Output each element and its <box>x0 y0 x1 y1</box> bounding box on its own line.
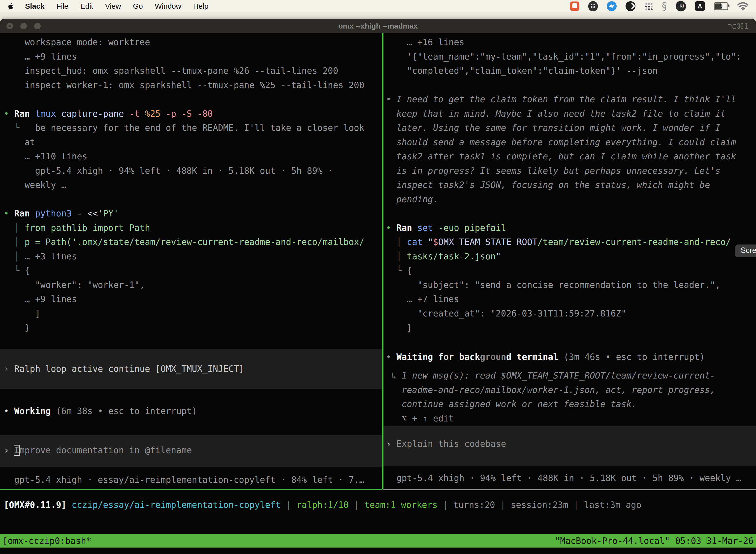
terminal-line: └ { <box>383 264 756 278</box>
right-prompt-input[interactable]: › Explain this codebase <box>383 426 756 466</box>
right-scrollback: … +16 lines '{"team_name":"my-team","tas… <box>383 35 756 335</box>
terminal-line: inspect task2's JSON, focusing on the st… <box>383 178 756 192</box>
terminal-line: '{"team_name":"my-team","task_id":"1","f… <box>383 50 756 64</box>
terminal-line: continue assigned work or next feasible … <box>383 397 756 411</box>
messenger-icon[interactable] <box>607 1 617 11</box>
tmux-session-label[interactable]: [omx-cczip0:bash* <box>2 534 91 548</box>
terminal-line: … +110 lines <box>0 150 382 164</box>
terminal-line: } <box>0 321 382 335</box>
usage-badge-icon[interactable]: ..61 <box>676 1 686 11</box>
menu-item-help[interactable]: Help <box>193 2 208 10</box>
desktop: Slack File Edit View Go Window Help § ..… <box>0 0 756 554</box>
terminal-line <box>0 192 382 207</box>
wifi-icon[interactable] <box>737 2 749 11</box>
menu-item-edit[interactable]: Edit <box>80 2 93 10</box>
window-title: omx --xhigh --madmax <box>0 19 756 33</box>
terminal-line: ↳ 1 new msg(s): read $OMX_TEAM_STATE_ROO… <box>383 369 756 383</box>
terminal-line: workspace_mode: worktree <box>0 35 382 50</box>
left-pane-bottom-border <box>0 489 382 490</box>
tmux-host-clock: "MacBook-Pro-44.local" 05:03 31-Mar-26 <box>555 534 754 548</box>
squiggle-icon[interactable]: § <box>662 1 667 11</box>
right-model-statusline: gpt-5.4 xhigh · 94% left · 488K in · 5.1… <box>383 471 756 486</box>
terminal-line: • Waiting for background terminal (3m 46… <box>383 350 756 365</box>
terminal-line: gpt-5.4 xhigh · 94% left · 488K in · 5.1… <box>0 164 382 178</box>
apple-menu-icon[interactable] <box>7 2 14 10</box>
dots-grid-icon[interactable] <box>644 2 653 10</box>
terminal-line: "worker": "worker-1", <box>0 278 382 292</box>
right-pane-bottom-border <box>383 490 756 490</box>
terminal-line: task2 after task1 is complete, but can I… <box>383 150 756 164</box>
terminal-line: │ … +3 lines <box>0 250 382 264</box>
terminal-line: … +9 lines <box>0 292 382 307</box>
terminal-line: │ cat "$OMX_TEAM_STATE_ROOT/team/review-… <box>383 235 756 250</box>
terminal-line: readme-and-reco/mailbox/worker-1.json, a… <box>383 383 756 397</box>
menu-bar: Slack File Edit View Go Window Help § ..… <box>0 0 756 12</box>
terminal-line <box>383 207 756 221</box>
terminal-window: omx --xhigh --madmax ⌥⌘1 workspace_mode:… <box>0 19 756 554</box>
terminal-line: › Ralph loop active continue [OMX_TMUX_I… <box>0 362 382 376</box>
omx-status-line: [OMX#0.11.9] cczip/essay/ai-reimplementa… <box>0 498 756 512</box>
left-scrollback: workspace_mode: worktree … +9 lines insp… <box>0 35 382 335</box>
terminal-line: weekly … <box>0 178 382 192</box>
terminal-line: └ be necessary for the end of the README… <box>0 121 382 135</box>
terminal-line: └ { <box>0 264 382 278</box>
terminal-line: › Improve documentation in @filename <box>0 443 382 458</box>
keypad-icon[interactable] <box>588 1 598 11</box>
left-model-statusline: gpt-5.4 xhigh · essay/ai-reimplementatio… <box>0 473 382 487</box>
terminal-line: ] <box>0 307 382 321</box>
menu-bar-status-area: § ..61 A ϟ <box>570 1 749 11</box>
tmux-status-bar: [omx-cczip0:bash* "MacBook-Pro-44.local"… <box>0 534 756 548</box>
title-bar[interactable]: omx --xhigh --madmax ⌥⌘1 <box>0 19 756 33</box>
terminal-line: "completed","claim_token":"claim-token"}… <box>383 64 756 78</box>
terminal-line: later. Using the same for transition mig… <box>383 121 756 135</box>
terminal-line: • Working (6m 38s • esc to interrupt) <box>0 404 382 419</box>
terminal-line: • Ran set -euo pipefail <box>383 221 756 235</box>
terminal-line: gpt-5.4 xhigh · essay/ai-reimplementatio… <box>0 473 382 487</box>
terminal-line: inspect_hud: omx sparkshell --tmux-pane … <box>0 64 382 78</box>
terminal-line: inspect_worker-1: omx sparkshell --tmux-… <box>0 78 382 93</box>
terminal-line: … +7 lines <box>383 292 756 307</box>
terminal-line: › Explain this codebase <box>383 437 756 451</box>
terminal-line <box>0 92 382 107</box>
terminal-line: │ from pathlib import Path <box>0 221 382 235</box>
terminal-line: • I need to get the claim token from the… <box>383 92 756 107</box>
input-source-icon[interactable]: A <box>695 1 705 11</box>
menu-item-view[interactable]: View <box>105 2 121 10</box>
terminal-line: "subject": "send a concise recommendatio… <box>383 278 756 292</box>
menu-item-slack[interactable]: Slack <box>25 2 44 10</box>
screen-recording-icon[interactable] <box>570 1 579 11</box>
terminal-line: │ tasks/task-2.json" <box>383 250 756 264</box>
left-prompt-input[interactable]: › Improve documentation in @filename <box>0 435 382 467</box>
terminal-line: … +16 lines <box>383 35 756 50</box>
tooltip-text: Scre <box>741 246 756 255</box>
ralph-loop-banner: › Ralph loop active continue [OMX_TMUX_I… <box>0 349 382 389</box>
crescent-app-icon[interactable] <box>626 1 635 11</box>
right-waiting-status: • Waiting for background terminal (3m 46… <box>383 350 756 365</box>
terminal-content: workspace_mode: worktree … +9 lines insp… <box>0 33 756 554</box>
terminal-line: pending. <box>383 192 756 207</box>
terminal-line: } <box>383 321 756 335</box>
terminal-line: is in progress? It seems likely but perh… <box>383 164 756 178</box>
terminal-line: at <box>0 135 382 150</box>
terminal-line: "created_at": "2026-03-31T11:59:27.816Z" <box>383 307 756 321</box>
terminal-line: keep that in mind. Maybe I also need the… <box>383 107 756 121</box>
terminal-line: • Ran python3 - <<'PY' <box>0 207 382 221</box>
terminal-line: • Ran tmux capture-pane -t %25 -p -S -80 <box>0 107 382 121</box>
battery-icon[interactable]: ϟ <box>714 2 728 10</box>
window-shortcut: ⌥⌘1 <box>728 19 749 33</box>
terminal-line <box>383 78 756 93</box>
terminal-line: should send a message before completing … <box>383 135 756 150</box>
terminal-line: │ p = Path('.omx/state/team/review-curre… <box>0 235 382 250</box>
tooltip: Scre <box>735 244 756 258</box>
terminal-line: … +9 lines <box>0 50 382 64</box>
right-pane: … +16 lines '{"team_name":"my-team","tas… <box>383 33 756 485</box>
terminal-line: ⌥ + ↑ edit <box>383 411 756 426</box>
menu-item-file[interactable]: File <box>56 2 68 10</box>
terminal-line: [OMX#0.11.9] cczip/essay/ai-reimplementa… <box>0 498 756 512</box>
left-working-status: • Working (6m 38s • esc to interrupt) <box>0 404 382 419</box>
terminal-line: gpt-5.4 xhigh · 94% left · 488K in · 5.1… <box>383 471 756 486</box>
right-mailbox-note: ↳ 1 new msg(s): read $OMX_TEAM_STATE_ROO… <box>383 369 756 426</box>
left-pane: workspace_mode: worktree … +9 lines insp… <box>0 33 382 487</box>
menu-item-window[interactable]: Window <box>155 2 181 10</box>
menu-item-go[interactable]: Go <box>133 2 143 10</box>
